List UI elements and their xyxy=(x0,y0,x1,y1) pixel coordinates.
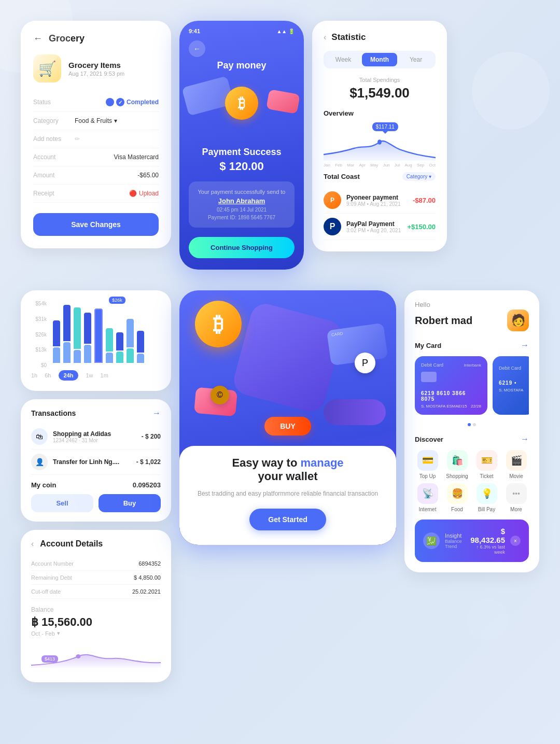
shopping-label: Shopping xyxy=(446,473,468,479)
grocery-item-date: Aug 17, 2021 9:53 pm xyxy=(68,71,124,77)
transfer-amount: - $ 1,022 xyxy=(136,458,161,466)
buy-badge[interactable]: BUY xyxy=(264,417,311,436)
debt-value: $ 4,850.00 xyxy=(134,574,161,581)
total-spendings-amount: $1,549.00 xyxy=(324,85,436,101)
pyoneer-info: Pyoneer payment 9:09 AM • Aug 21, 2021 xyxy=(346,194,413,207)
pyoneer-date: 9:09 AM • Aug 21, 2021 xyxy=(346,201,413,207)
wallet-3d-illustration: ₿ CARD P © BUY xyxy=(179,290,396,446)
pay-illustration: ₿ xyxy=(179,76,304,138)
account-title: Account Details xyxy=(40,539,103,549)
bars-container xyxy=(53,301,161,363)
discover-ticket[interactable]: 🎫 Ticket xyxy=(474,450,499,479)
discover-arrow-icon[interactable]: → xyxy=(521,434,529,444)
bar-8 xyxy=(127,301,134,363)
total-coast-label: Total Coast xyxy=(324,173,360,180)
get-started-button[interactable]: Get Started xyxy=(249,509,326,530)
save-changes-button[interactable]: Save Changes xyxy=(33,213,159,236)
tab-month[interactable]: Month xyxy=(362,53,397,66)
remaining-debt-row: Remaining Debt $ 4,850.00 xyxy=(31,571,161,585)
discover-movie[interactable]: 🎬 Movie xyxy=(503,450,529,479)
filter-6h[interactable]: 6h xyxy=(45,372,51,378)
my-card-label: My Card xyxy=(415,342,441,349)
chart-tooltip: $117.11 xyxy=(372,122,398,131)
adidas-icon: 🛍 xyxy=(31,428,48,445)
insight-banner[interactable]: 💹 Insight Balance Trend $ 98,432.65 ↑ 6.… xyxy=(415,520,529,562)
account-chart-svg xyxy=(31,642,161,668)
grocery-back-button[interactable]: ← xyxy=(33,33,43,44)
bar-chart-area: $54k $31k $26k $13k $0 $26k xyxy=(31,301,161,368)
transfer-icon: 👤 xyxy=(31,454,48,470)
discover-more[interactable]: ••• More xyxy=(503,483,529,512)
statistics-card: ‹ Statistic Week Month Year Total Spendi… xyxy=(312,21,447,251)
card1-number: 6219 8610 3866 8075 xyxy=(421,390,481,402)
discover-food[interactable]: 🍔 Food xyxy=(444,483,470,512)
movie-icon: 🎬 xyxy=(506,450,527,471)
adidas-amount: - $ 200 xyxy=(142,433,161,440)
insight-sublabel: Balance Trend xyxy=(445,539,462,549)
completed-check-icon: ✓ xyxy=(116,98,124,106)
stats-tabs: Week Month Year xyxy=(324,51,436,68)
pay-recipient: John Abraham xyxy=(196,197,287,205)
buy-button[interactable]: Buy xyxy=(99,494,161,512)
bar-1 xyxy=(53,301,60,363)
debit-card-2[interactable]: Debit Card 6219 • S. MOSTAFA xyxy=(493,356,529,415)
food-icon: 🍔 xyxy=(447,483,468,504)
pyoneer-amount: -$87.00 xyxy=(413,196,436,204)
filter-1m[interactable]: 1m xyxy=(101,372,108,378)
transfer-info: Transfer for Linh Ng.... xyxy=(53,458,136,466)
transactions-card: Transactions → 🛍 Shopping at Adidas 1234… xyxy=(21,399,171,522)
bitcoin-3d-icon: ₿ xyxy=(195,301,242,347)
filter-24h[interactable]: 24h xyxy=(59,370,79,381)
tab-year[interactable]: Year xyxy=(398,53,433,66)
pyoneer-icon: P xyxy=(324,191,341,209)
discover-billpay[interactable]: 💡 Bill Pay xyxy=(474,483,499,512)
sell-button[interactable]: Sell xyxy=(31,494,93,512)
discover-shopping[interactable]: 🛍️ Shopping xyxy=(444,450,470,479)
receipt-label: Receipt xyxy=(33,190,75,197)
overview-chart: $117.11 Jan Feb Mar Apr May Jun xyxy=(324,122,436,164)
discover-topup[interactable]: 💳 Top Up xyxy=(415,450,440,479)
tab-week[interactable]: Week xyxy=(326,53,361,66)
pay-back-button[interactable]: ← xyxy=(189,40,205,57)
filter-1h[interactable]: 1h xyxy=(31,372,37,378)
grocery-title: Grocery xyxy=(49,33,85,44)
pay-money-card: 9:41 ▲▲ 🔋 ← Pay money ₿ Payment Success … xyxy=(179,21,304,270)
transfer-name: Transfer for Linh Ng.... xyxy=(53,458,136,466)
amount-value: -$65.00 xyxy=(75,172,159,179)
transactions-arrow-icon[interactable]: → xyxy=(152,409,161,418)
balance-section: Balance ฿ 15,560.00 Oct - Feb ▾ $413 xyxy=(31,606,161,673)
stats-back-button[interactable]: ‹ xyxy=(324,33,326,42)
grocery-item-name: Grocery Items xyxy=(68,61,124,69)
my-card-arrow-icon[interactable]: → xyxy=(521,341,529,350)
account-back-button[interactable]: ‹ xyxy=(31,539,34,549)
adidas-name: Shopping at Adidas xyxy=(53,430,142,438)
pyoneer-name: Pyoneer payment xyxy=(346,194,413,201)
account-number-row: Account Number 6894352 xyxy=(31,557,161,571)
receipt-upload[interactable]: 🔴 Upload xyxy=(75,190,159,197)
stats-transaction-2: P PayPal Payment 3:02 PM • Aug 20, 2021 … xyxy=(324,214,436,240)
paypal-badge: P xyxy=(355,353,375,373)
dash-hello: Hello xyxy=(415,301,529,308)
filter-1w[interactable]: 1w xyxy=(86,372,93,378)
category-value: Food & Fruits ▾ xyxy=(75,117,159,124)
category-filter[interactable]: Category ▾ xyxy=(402,172,436,181)
insight-label: Insight xyxy=(445,532,462,539)
bar-9 xyxy=(137,301,144,363)
left-bottom-column: $54k $31k $26k $13k $0 $26k xyxy=(21,290,171,682)
paypal-date: 3:02 PM • Aug 20, 2021 xyxy=(346,228,407,233)
discover-label: Discover xyxy=(415,436,443,443)
movie-label: Movie xyxy=(509,473,523,479)
grocery-card: ← Grocery 🛒 Grocery Items Aug 17, 2021 9… xyxy=(21,21,171,248)
discover-header: Discover → xyxy=(415,434,529,444)
status-label: Status xyxy=(33,99,75,106)
mini-transaction-2: 👤 Transfer for Linh Ng.... - $ 1,022 xyxy=(31,450,161,475)
pay-title: Pay money xyxy=(179,60,304,71)
continue-shopping-button[interactable]: Continue Shopping xyxy=(189,237,295,258)
topup-label: Top Up xyxy=(419,473,436,479)
insight-close-button[interactable]: × xyxy=(510,536,521,546)
my-coin-row: My coin 0.095203 xyxy=(31,481,161,489)
bar-4 xyxy=(84,301,91,363)
debit-card-1[interactable]: Debit Card Interbank 6219 8610 3866 8075… xyxy=(415,356,487,415)
upload-icon: 🔴 xyxy=(129,190,137,197)
discover-internet[interactable]: 📡 Internet xyxy=(415,483,440,512)
